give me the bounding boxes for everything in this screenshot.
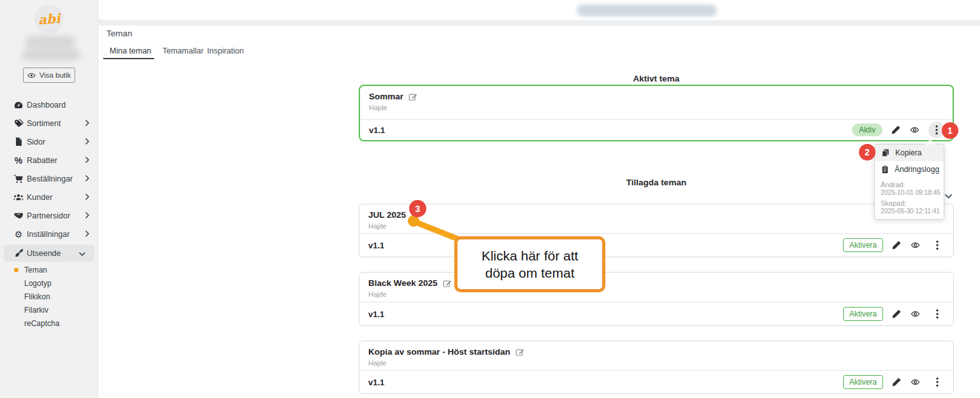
menu-item-andringslogg[interactable]: Ändringslogg bbox=[875, 161, 944, 178]
store-name-blurred bbox=[22, 34, 80, 62]
tab-mina-teman[interactable]: Mina teman bbox=[110, 46, 151, 55]
sidebar-item-label: Sortiment bbox=[27, 119, 61, 128]
page-title: Teman bbox=[106, 29, 133, 38]
sidebar-subitem-label: Filarkiv bbox=[24, 306, 48, 315]
theme-owner: Hajde bbox=[368, 222, 944, 230]
preview-eye-icon[interactable] bbox=[910, 241, 921, 250]
sidebar-subitem-label: reCaptcha bbox=[24, 319, 59, 328]
sidebar-subitem-recaptcha[interactable]: reCaptcha bbox=[0, 316, 98, 330]
sidebar-subitem-label: Flikikon bbox=[24, 292, 50, 301]
sidebar-item-bestallningar[interactable]: Beställningar bbox=[0, 169, 98, 188]
sidebar-nav: Dashboard Sortiment Sidor % Rabatter Bes… bbox=[0, 96, 98, 330]
tutorial-callout: Klicka här för att döpa om temat bbox=[454, 236, 605, 292]
copy-icon bbox=[881, 148, 890, 157]
chevron-right-icon bbox=[85, 156, 89, 165]
topbar bbox=[99, 0, 980, 21]
theme-version: v1.1 bbox=[368, 378, 384, 387]
chevron-down-icon[interactable] bbox=[945, 190, 952, 201]
step-badge-1: 1 bbox=[942, 122, 958, 139]
chevron-right-icon bbox=[85, 138, 89, 146]
rename-icon[interactable] bbox=[443, 279, 452, 288]
sidebar-item-utseende[interactable]: Utseende bbox=[4, 245, 94, 262]
theme-name: Black Week 2025 bbox=[368, 278, 438, 288]
sidebar-item-sortiment[interactable]: Sortiment bbox=[0, 114, 98, 132]
sidebar-item-label: Rabatter bbox=[27, 156, 57, 165]
edit-pencil-icon[interactable] bbox=[891, 240, 902, 250]
step-badge-3: 3 bbox=[409, 200, 426, 217]
section-heading-added: Tillagda teman bbox=[359, 178, 954, 187]
theme-card-sommar: Sommar Hajde v1.1 Aktiv bbox=[359, 85, 954, 141]
handshake-icon bbox=[13, 211, 24, 221]
activate-button[interactable]: Aktivera bbox=[843, 238, 883, 252]
menu-item-kopiera[interactable]: Kopiera bbox=[875, 145, 944, 161]
gear-icon: ⚙ bbox=[13, 229, 24, 239]
chevron-right-icon bbox=[85, 211, 89, 220]
more-options-kebab-icon[interactable] bbox=[929, 374, 946, 390]
changed-label: Ändrad: bbox=[881, 181, 939, 188]
step-badge-2: 2 bbox=[859, 144, 876, 160]
changed-value: 2025-10-01 09:18:45 bbox=[881, 188, 939, 196]
eye-icon bbox=[27, 71, 36, 80]
preview-eye-icon[interactable] bbox=[910, 378, 921, 387]
users-icon bbox=[13, 192, 24, 203]
theme-owner: Hajde bbox=[368, 290, 944, 298]
sidebar-item-label: Sidor bbox=[27, 138, 45, 146]
changelog-clipboard-icon bbox=[881, 165, 889, 174]
edit-pencil-icon[interactable] bbox=[891, 125, 901, 135]
status-badge-active: Aktiv bbox=[852, 124, 883, 136]
dashboard-icon bbox=[13, 100, 24, 110]
theme-name: JUL 2025 bbox=[368, 210, 406, 220]
theme-owner: Hajde bbox=[368, 359, 944, 367]
preview-eye-icon[interactable] bbox=[910, 309, 921, 318]
sidebar-item-label: Utseende bbox=[27, 249, 61, 258]
sidebar: abi Visa butik Dashboard Sortiment Sidor bbox=[0, 0, 98, 398]
sidebar-item-dashboard[interactable]: Dashboard bbox=[0, 96, 98, 114]
theme-name: Sommar bbox=[369, 92, 403, 101]
sidebar-subitem-filarkiv[interactable]: Filarkiv bbox=[0, 303, 98, 316]
tab-temamallar[interactable]: Temamallar bbox=[162, 46, 204, 55]
brand-logo-text: abi bbox=[38, 11, 61, 27]
sidebar-subitem-flikikon[interactable]: Flikikon bbox=[0, 290, 98, 303]
brand-logo[interactable]: abi bbox=[34, 4, 64, 34]
rename-icon[interactable] bbox=[515, 348, 524, 357]
rename-icon[interactable] bbox=[408, 92, 417, 101]
sidebar-item-rabatter[interactable]: % Rabatter bbox=[0, 151, 98, 169]
activate-button[interactable]: Aktivera bbox=[843, 307, 883, 321]
view-shop-button[interactable]: Visa butik bbox=[23, 68, 75, 83]
app-window: abi Visa butik Dashboard Sortiment Sidor bbox=[0, 0, 980, 398]
menu-item-label: Ändringslogg bbox=[895, 165, 939, 174]
preview-eye-icon[interactable] bbox=[909, 125, 920, 134]
edit-pencil-icon[interactable] bbox=[891, 309, 902, 319]
menu-item-label: Kopiera bbox=[895, 148, 921, 157]
theme-version: v1.1 bbox=[369, 125, 385, 135]
edit-pencil-icon[interactable] bbox=[891, 377, 902, 387]
theme-card-black-week-2025: Black Week 2025 Hajde v1.1 Aktivera bbox=[359, 272, 954, 326]
more-options-kebab-icon[interactable] bbox=[929, 306, 946, 322]
chevron-down-icon bbox=[79, 249, 85, 258]
more-options-kebab-icon[interactable] bbox=[929, 237, 946, 253]
sidebar-item-label: Partnersidor bbox=[27, 211, 70, 220]
sidebar-item-partnersidor[interactable]: Partnersidor bbox=[0, 206, 98, 225]
menu-meta-changed: Ändrad: 2025-10-01 09:18:45 bbox=[875, 178, 944, 196]
theme-card-kopia-av-sommar: Kopia av sommar - Höst startsidan Hajde … bbox=[359, 341, 954, 394]
sidebar-item-label: Dashboard bbox=[27, 101, 66, 110]
sidebar-item-installningar[interactable]: ⚙ Inställningar bbox=[0, 225, 98, 243]
chevron-right-icon bbox=[85, 174, 89, 183]
sidebar-subitem-teman[interactable]: Teman bbox=[0, 263, 98, 276]
menu-meta-created: Skapad: 2025-05-30 12:11:41 bbox=[875, 196, 944, 215]
tags-icon bbox=[13, 118, 24, 129]
paintbrush-icon bbox=[13, 248, 24, 259]
theme-version: v1.1 bbox=[368, 241, 384, 250]
percent-icon: % bbox=[13, 155, 24, 166]
sidebar-subitem-label: Logotyp bbox=[24, 279, 52, 288]
section-heading-active: Aktivt tema bbox=[359, 74, 954, 83]
theme-owner: Hajde bbox=[369, 104, 944, 111]
sidebar-subitem-logotyp[interactable]: Logotyp bbox=[0, 276, 98, 290]
sidebar-item-sidor[interactable]: Sidor bbox=[0, 132, 98, 151]
active-dot-icon bbox=[14, 267, 18, 272]
active-tab-underline bbox=[103, 58, 154, 59]
activate-button[interactable]: Aktivera bbox=[843, 375, 883, 389]
sidebar-subitem-label: Teman bbox=[24, 266, 47, 274]
tab-inspiration[interactable]: Inspiration bbox=[207, 46, 244, 55]
sidebar-item-kunder[interactable]: Kunder bbox=[0, 188, 98, 206]
